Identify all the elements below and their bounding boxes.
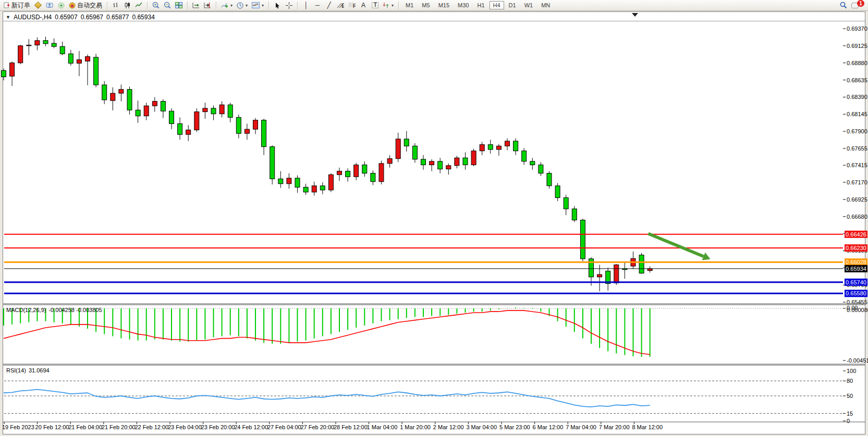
bar-chart-mode-button[interactable] <box>111 1 121 10</box>
candle[interactable] <box>580 219 585 261</box>
candle[interactable] <box>421 155 426 170</box>
candle[interactable] <box>262 119 266 155</box>
candle[interactable] <box>328 173 333 192</box>
text-tool[interactable]: A <box>358 1 369 10</box>
templates-dropdown-arrow[interactable]: ▾ <box>262 3 264 8</box>
fibonacci-tool[interactable]: F <box>347 1 357 10</box>
candle[interactable] <box>77 51 81 76</box>
candle[interactable] <box>27 39 31 55</box>
candle[interactable] <box>35 38 40 51</box>
candle[interactable] <box>337 168 342 181</box>
down-arrow-object[interactable] <box>648 234 710 260</box>
candle[interactable] <box>530 158 535 170</box>
text-label-tool[interactable]: T <box>370 1 380 10</box>
broadcast-icon[interactable] <box>56 1 66 10</box>
candle[interactable] <box>60 42 65 55</box>
candle[interactable] <box>152 97 157 111</box>
candle[interactable] <box>236 115 241 139</box>
candle[interactable] <box>2 68 6 80</box>
tab-w1[interactable]: W1 <box>521 1 537 9</box>
trendline-tool[interactable]: ╱ <box>324 1 334 10</box>
candle[interactable] <box>480 142 484 155</box>
candle[interactable] <box>396 133 400 162</box>
candle[interactable] <box>547 171 552 189</box>
candle[interactable] <box>178 117 182 140</box>
candle[interactable] <box>446 164 451 175</box>
candle[interactable] <box>647 266 652 272</box>
autotrading-button[interactable]: 自动交易 <box>67 1 104 10</box>
candle[interactable] <box>211 106 216 120</box>
tile-windows-button[interactable] <box>174 1 184 10</box>
candle[interactable] <box>186 125 191 141</box>
candle[interactable] <box>387 155 392 168</box>
candle[interactable] <box>320 182 325 194</box>
symbol-dropdown-icon[interactable]: ▼ <box>6 15 10 20</box>
candle[interactable] <box>639 253 644 273</box>
equidistant-channel-tool[interactable]: E <box>335 1 346 10</box>
candle[interactable] <box>371 170 375 185</box>
candle[interactable] <box>606 268 610 291</box>
templates-button[interactable]: ▾ <box>250 1 265 10</box>
candle[interactable] <box>278 171 283 188</box>
candle[interactable] <box>430 159 434 171</box>
market-watch-icon[interactable] <box>33 1 43 10</box>
tab-mn[interactable]: MN <box>537 1 554 9</box>
zoom-in-button[interactable] <box>151 1 161 10</box>
candle[interactable] <box>488 140 493 154</box>
candle[interactable] <box>346 168 350 181</box>
tab-h4[interactable]: H4 <box>490 1 504 9</box>
periods-button[interactable]: ▾ <box>235 1 249 10</box>
candle[interactable] <box>412 143 417 163</box>
candle[interactable] <box>127 86 132 115</box>
chart-shift-marker[interactable] <box>632 13 638 17</box>
candle[interactable] <box>379 160 384 184</box>
candle[interactable] <box>295 176 300 193</box>
candle[interactable] <box>10 61 15 86</box>
indicators-button[interactable]: ▾ <box>219 1 234 10</box>
horizontal-line-tool[interactable]: ─ <box>312 1 323 10</box>
candle[interactable] <box>85 55 90 85</box>
line-chart-mode-button[interactable] <box>133 1 144 10</box>
candle[interactable] <box>555 183 560 201</box>
candle[interactable] <box>287 173 291 189</box>
candle[interactable] <box>94 54 99 87</box>
auto-scroll-button[interactable] <box>191 1 201 10</box>
candle[interactable] <box>496 144 501 156</box>
candle[interactable] <box>522 148 527 165</box>
candle[interactable] <box>144 103 149 120</box>
candle[interactable] <box>43 36 48 46</box>
candle[interactable] <box>622 262 627 279</box>
candle[interactable] <box>194 108 199 132</box>
tab-h1[interactable]: H1 <box>473 1 488 9</box>
candle[interactable] <box>362 161 367 177</box>
candle[interactable] <box>312 182 316 196</box>
candle[interactable] <box>354 163 359 180</box>
notifications-button[interactable]: 1 <box>850 1 866 10</box>
candle[interactable] <box>102 81 107 104</box>
candle[interactable] <box>111 88 115 110</box>
new-order-button[interactable]: 新订单 <box>2 1 32 10</box>
candle[interactable] <box>564 195 568 215</box>
crosshair-tool-button[interactable] <box>284 1 294 10</box>
candle[interactable] <box>631 252 635 269</box>
candle[interactable] <box>455 156 459 168</box>
candle[interactable] <box>68 50 73 66</box>
mql-community-icon[interactable] <box>44 1 55 10</box>
candle[interactable] <box>203 103 207 119</box>
candlestick-mode-button[interactable] <box>122 1 132 10</box>
chart-canvas[interactable]: 0.693700.691250.688800.686350.683900.681… <box>0 0 868 436</box>
candle[interactable] <box>136 101 140 123</box>
tab-d1[interactable]: D1 <box>505 1 520 9</box>
candle[interactable] <box>253 118 258 134</box>
periods-dropdown-arrow[interactable]: ▾ <box>246 3 248 8</box>
candle[interactable] <box>572 206 577 222</box>
candle[interactable] <box>514 139 518 155</box>
chart-shift-button[interactable] <box>202 1 213 10</box>
vertical-line-tool[interactable]: │ <box>301 1 311 10</box>
candle[interactable] <box>539 162 543 176</box>
candle[interactable] <box>18 45 23 65</box>
candle[interactable] <box>244 123 249 140</box>
arrows-dropdown-arrow[interactable]: ▾ <box>392 3 394 8</box>
search-button[interactable] <box>838 1 849 10</box>
candle[interactable] <box>303 184 308 195</box>
